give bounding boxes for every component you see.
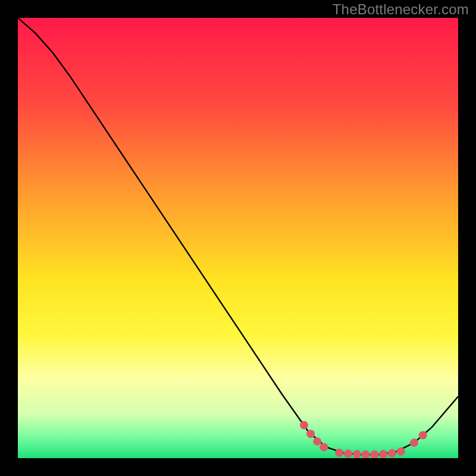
- chart-marker: [335, 449, 343, 457]
- chart-marker: [388, 449, 396, 458]
- chart-marker: [300, 421, 308, 430]
- chart-marker: [419, 431, 427, 440]
- chart-marker: [410, 439, 418, 447]
- chart-marker: [379, 450, 387, 458]
- chart-marker: [306, 430, 315, 438]
- chart-plot-area: [18, 18, 458, 458]
- chart-svg: [18, 18, 458, 458]
- chart-marker: [353, 450, 361, 458]
- chart-marker: [320, 443, 328, 452]
- chart-marker: [344, 450, 352, 458]
- chart-background: [18, 18, 458, 458]
- chart-marker: [397, 447, 405, 456]
- chart-marker: [313, 437, 321, 446]
- chart-frame: TheBottlenecker.com: [0, 0, 476, 476]
- watermark-label: TheBottlenecker.com: [333, 1, 469, 18]
